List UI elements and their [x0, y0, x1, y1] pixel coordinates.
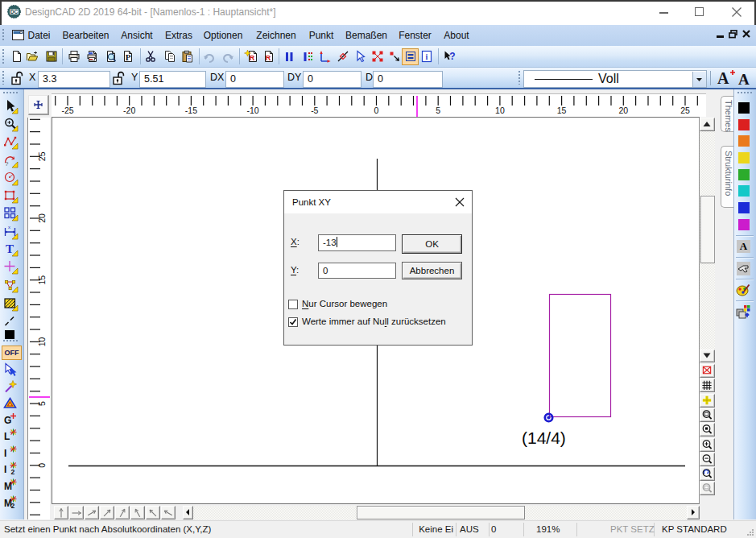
svg-text:(14/4): (14/4) [522, 428, 566, 447]
svg-text:-5: -5 [311, 106, 318, 115]
svg-text:A: A [717, 69, 729, 87]
svg-text:0: 0 [374, 106, 379, 115]
svg-text:2: 2 [11, 468, 15, 476]
svg-text:M: M [4, 481, 12, 492]
svg-text:5: 5 [436, 106, 440, 115]
svg-text:-25: -25 [61, 106, 73, 115]
svg-text:G: G [4, 415, 11, 426]
svg-text:L: L [4, 431, 10, 442]
svg-text:20: 20 [37, 213, 47, 223]
svg-text:-20: -20 [123, 106, 135, 115]
svg-text:T: T [6, 242, 14, 255]
svg-text:-10: -10 [247, 106, 259, 115]
svg-text:I: I [4, 448, 6, 459]
svg-text:?: ? [449, 51, 455, 62]
svg-text:i: i [426, 52, 428, 61]
svg-text:5: 5 [37, 401, 47, 406]
svg-text:DC: DC [10, 9, 19, 14]
svg-text:20: 20 [618, 106, 628, 115]
svg-text:I: I [4, 464, 6, 475]
svg-text:25: 25 [680, 106, 690, 115]
svg-text:10: 10 [495, 106, 505, 115]
svg-text:0: 0 [37, 463, 47, 468]
svg-text:A: A [738, 71, 750, 88]
svg-text:15: 15 [557, 106, 567, 115]
svg-text:P: P [126, 52, 131, 62]
svg-text:?: ? [5, 160, 9, 168]
svg-text:10: 10 [37, 337, 47, 346]
svg-text:2: 2 [11, 502, 15, 510]
svg-text:25: 25 [37, 151, 47, 161]
svg-text:-15: -15 [185, 106, 197, 115]
svg-text:R: R [266, 54, 271, 62]
svg-text:x: x [8, 225, 10, 230]
svg-text:15: 15 [37, 275, 47, 285]
svg-text:R: R [250, 54, 255, 62]
